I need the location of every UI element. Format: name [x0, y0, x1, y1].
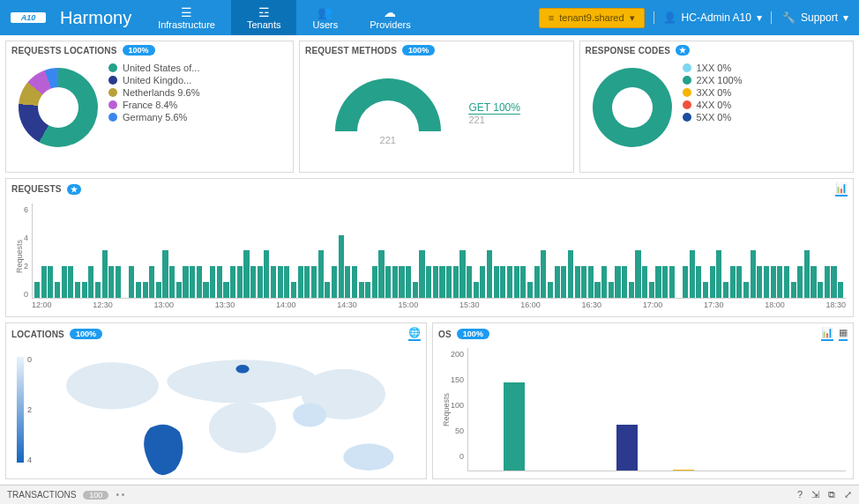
bar[interactable]	[655, 266, 661, 298]
bar[interactable]	[500, 266, 505, 298]
bar[interactable]	[298, 266, 303, 298]
bar[interactable]	[751, 250, 756, 298]
bar[interactable]	[352, 266, 357, 298]
bar[interactable]	[743, 282, 749, 298]
bar[interactable]	[250, 266, 256, 298]
bar[interactable]	[777, 266, 782, 298]
bar[interactable]	[62, 266, 67, 298]
bar[interactable]	[75, 282, 80, 298]
export-icon[interactable]: ⇲	[811, 489, 819, 500]
bar[interactable]	[365, 282, 370, 298]
bar[interactable]	[555, 266, 560, 298]
bar[interactable]	[764, 266, 769, 298]
bar[interactable]	[372, 266, 377, 298]
bar[interactable]	[136, 282, 141, 298]
bar[interactable]	[433, 266, 438, 298]
bar[interactable]	[406, 266, 411, 298]
bar[interactable]	[818, 282, 823, 298]
bar[interactable]	[581, 266, 586, 298]
bar[interactable]	[504, 382, 525, 471]
bar[interactable]	[149, 266, 154, 298]
bar[interactable]	[264, 250, 269, 298]
bar[interactable]	[690, 250, 695, 298]
expand-icon[interactable]: ⤢	[844, 489, 852, 500]
nav-providers[interactable]: ☁ Providers	[354, 0, 426, 35]
bar[interactable]	[88, 266, 93, 298]
star-badge[interactable]: ★	[676, 45, 690, 56]
star-badge[interactable]: ★	[67, 184, 81, 195]
bar[interactable]	[311, 266, 317, 298]
bar[interactable]	[359, 282, 364, 298]
copy-icon[interactable]: ⧉	[828, 489, 835, 500]
bar[interactable]	[467, 266, 472, 298]
bar[interactable]	[230, 266, 235, 298]
bar[interactable]	[804, 250, 810, 298]
bar[interactable]	[258, 266, 263, 298]
bar[interactable]	[108, 266, 114, 298]
bar[interactable]	[601, 266, 607, 298]
nav-users[interactable]: 👥 Users	[296, 0, 354, 35]
legend-item[interactable]: 3XX 0%	[683, 87, 743, 98]
bar[interactable]	[278, 266, 283, 298]
bar[interactable]	[34, 282, 40, 298]
bar[interactable]	[609, 282, 614, 298]
bar[interactable]	[203, 282, 208, 298]
bar[interactable]	[446, 266, 452, 298]
bar[interactable]	[568, 250, 573, 298]
bar[interactable]	[385, 266, 391, 298]
bar[interactable]	[345, 266, 350, 298]
bar[interactable]	[129, 266, 134, 298]
nav-infrastructure[interactable]: ☰ Infrastructure	[142, 0, 231, 35]
table-icon[interactable]: ▦	[839, 327, 848, 341]
bar[interactable]	[757, 266, 762, 298]
bar[interactable]	[561, 266, 566, 298]
bar[interactable]	[459, 250, 465, 298]
support-menu[interactable]: 🔧 Support ▾	[772, 11, 859, 24]
bar[interactable]	[588, 266, 594, 298]
bar[interactable]	[169, 266, 175, 298]
bar[interactable]	[480, 266, 485, 298]
bar[interactable]	[825, 266, 830, 298]
bar[interactable]	[413, 282, 418, 298]
nav-tenants[interactable]: ☲ Tenants	[231, 0, 297, 35]
bar[interactable]	[642, 266, 647, 298]
bar[interactable]	[243, 250, 249, 298]
bar[interactable]	[183, 266, 188, 298]
bar[interactable]	[156, 282, 161, 298]
legend-item[interactable]: Netherlands 9.6%	[108, 87, 199, 98]
bar[interactable]	[339, 235, 344, 299]
bar[interactable]	[534, 266, 540, 298]
bar[interactable]	[810, 266, 816, 298]
bar[interactable]	[548, 282, 553, 298]
bar[interactable]	[494, 266, 499, 298]
legend-item[interactable]: 5XX 0%	[683, 112, 743, 122]
bar[interactable]	[176, 282, 182, 298]
bar[interactable]	[48, 266, 53, 298]
bar[interactable]	[594, 282, 600, 298]
legend-item[interactable]: 2XX 100%	[683, 75, 743, 85]
legend-item[interactable]: United States of...	[108, 63, 199, 73]
percent-badge[interactable]: 100%	[123, 45, 155, 56]
bar[interactable]	[190, 266, 195, 298]
help-icon[interactable]: ?	[797, 489, 803, 500]
bar[interactable]	[629, 282, 634, 298]
bar[interactable]	[673, 470, 694, 471]
bar[interactable]	[669, 266, 675, 298]
bar[interactable]	[520, 266, 526, 298]
bar[interactable]	[271, 266, 276, 298]
percent-badge[interactable]: 100%	[457, 329, 489, 339]
bar[interactable]	[622, 266, 627, 298]
bar[interactable]	[55, 282, 60, 298]
legend-item[interactable]: 1XX 0%	[683, 63, 743, 73]
bar[interactable]	[143, 282, 148, 298]
bar[interactable]	[797, 266, 803, 298]
bar[interactable]	[284, 266, 289, 298]
bar[interactable]	[95, 282, 101, 298]
bar[interactable]	[649, 282, 654, 298]
bar[interactable]	[116, 266, 121, 298]
percent-badge[interactable]: 100%	[70, 329, 102, 339]
bar[interactable]	[703, 282, 708, 298]
bar[interactable]	[736, 266, 742, 298]
bar[interactable]	[41, 266, 47, 298]
bar[interactable]	[716, 250, 721, 298]
